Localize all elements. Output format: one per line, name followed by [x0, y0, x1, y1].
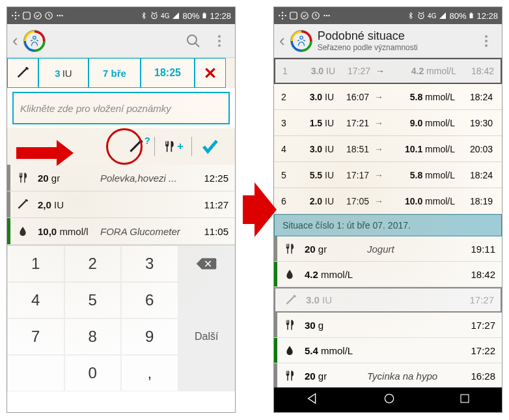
- confirm-button[interactable]: [192, 133, 228, 160]
- svg-point-9: [59, 15, 61, 16]
- log-description: FORA Glucometer: [100, 226, 192, 237]
- key-5[interactable]: 5: [64, 282, 122, 318]
- key-7[interactable]: 7: [7, 318, 64, 355]
- svg-point-24: [323, 15, 325, 16]
- key-8[interactable]: 8: [64, 318, 122, 355]
- row-time-1: 17:21: [334, 118, 369, 128]
- status-icon: [33, 11, 42, 20]
- overflow-menu[interactable]: [209, 31, 230, 51]
- svg-point-22: [301, 12, 309, 20]
- detail-row[interactable]: 20 grJogurt19:11: [274, 236, 502, 262]
- arrow-icon: →: [369, 170, 389, 180]
- keypad: 123456Další7890,: [7, 245, 235, 391]
- battery-icon: [201, 11, 208, 20]
- key-3[interactable]: 3: [121, 245, 178, 282]
- similar-row[interactable]: 62.0 IU17:05→10.0 mmol/L18:19: [274, 188, 502, 214]
- square-recent-icon: [459, 393, 471, 404]
- row-index: 1: [275, 66, 295, 76]
- log-row[interactable]: 10,0 mmol/lFORA Glucometer11:05: [7, 218, 235, 245]
- log-value: 20 gr: [35, 173, 100, 184]
- entry-time[interactable]: 18:25: [141, 58, 195, 88]
- android-nav-bar: [274, 387, 502, 412]
- entry-type-syringe[interactable]: [7, 58, 38, 88]
- svg-point-31: [385, 394, 393, 402]
- backspace-icon: [195, 256, 217, 272]
- key-backspace[interactable]: [178, 245, 236, 282]
- detail-row[interactable]: 30 g17:27: [274, 313, 502, 338]
- key-6[interactable]: 6: [121, 282, 178, 318]
- row-glucose: 5.8 mmol/L: [389, 170, 455, 180]
- row-index: 6: [274, 196, 294, 206]
- note-input[interactable]: Klikněte zde pro vložení poznámky: [12, 92, 230, 124]
- log-row[interactable]: 20 grPolevka,hovezi ...12:25: [7, 165, 235, 191]
- kebab-icon: [218, 35, 221, 47]
- syringe-icon: [279, 294, 303, 307]
- log-value: 2,0 IU: [35, 199, 100, 210]
- key-2[interactable]: 2: [64, 245, 122, 282]
- key-,[interactable]: ,: [121, 355, 178, 391]
- key-0[interactable]: 0: [64, 355, 122, 391]
- log-time: 19:11: [459, 244, 495, 255]
- battery-text: 80%: [449, 11, 466, 21]
- status-right: 4G 80% 12:28: [140, 11, 231, 21]
- status-bar: 4G 80% 12:28: [274, 7, 502, 24]
- similar-row[interactable]: 43.0 IU18:51→10.1 mmol/L20:03: [274, 136, 502, 162]
- suggest-dose-button[interactable]: ?: [118, 133, 154, 160]
- app-logo[interactable]: [23, 30, 46, 52]
- entry-value-number: 3: [55, 68, 60, 79]
- similar-row[interactable]: 23.0 IU16:07→5.8 mmol/L18:24: [274, 84, 502, 110]
- key-9[interactable]: 9: [121, 318, 178, 355]
- phone-left: 4G 80% 12:28 ‹ 3 IU 7 bře 18: [7, 7, 236, 413]
- signal-text: 4G: [428, 12, 436, 20]
- add-food-button[interactable]: +: [155, 133, 191, 160]
- status-icon: [311, 11, 320, 20]
- nav-recent[interactable]: [459, 393, 471, 407]
- overflow-menu[interactable]: [476, 31, 497, 51]
- app-logo[interactable]: [290, 30, 312, 52]
- key-1[interactable]: 1: [7, 245, 64, 282]
- row-time-2: 18:42: [456, 66, 494, 76]
- entry-row: 3 IU 7 bře 18:25: [7, 58, 235, 88]
- row-dose: 3.0 IU: [294, 92, 334, 102]
- bluetooth-icon: [407, 11, 415, 20]
- annotation-arrow: [16, 140, 74, 166]
- entry-date[interactable]: 7 bře: [89, 58, 141, 88]
- log-value: 20 gr: [302, 371, 367, 382]
- key-next[interactable]: Další: [178, 282, 236, 391]
- nav-home[interactable]: [383, 392, 396, 408]
- triangle-back-icon: [305, 391, 320, 406]
- log-value: 3.0 IU: [303, 294, 368, 305]
- log-row[interactable]: 2,0 IU11:27: [7, 191, 235, 218]
- row-index: 5: [274, 170, 294, 180]
- row-glucose: 4.2 mmol/L: [390, 66, 456, 76]
- arrow-icon: →: [369, 92, 389, 102]
- annotation-big-arrow: [243, 182, 277, 237]
- back-button[interactable]: ‹: [12, 31, 18, 51]
- similar-row[interactable]: 31.5 IU17:21→9.0 mmol/L19:30: [274, 110, 502, 136]
- detail-row[interactable]: 4.2 mmol/L18:42: [274, 262, 502, 287]
- svg-point-1: [12, 15, 13, 16]
- log-time: 18:42: [459, 269, 495, 280]
- svg-point-15: [187, 35, 197, 44]
- arrow-icon: →: [369, 118, 389, 128]
- app-bar: ‹ Podobné situace Seřazeno podle významn…: [274, 24, 502, 58]
- entry-value[interactable]: 3 IU: [38, 58, 89, 88]
- nav-back[interactable]: [305, 391, 320, 408]
- detail-row[interactable]: 5.4 mmol/L17:22: [274, 338, 502, 363]
- drop-icon: [277, 268, 302, 281]
- similar-row[interactable]: 13.0 IU17:27→4.2 mmol/L18:42: [274, 58, 502, 84]
- detail-row[interactable]: 20 grTycinka na hypo16:28: [274, 363, 502, 389]
- search-button[interactable]: [183, 31, 204, 51]
- key-empty: [7, 355, 64, 391]
- similar-row[interactable]: 55.5 IU17:17→5.8 mmol/L18:24: [274, 162, 502, 188]
- detail-list: 20 grJogurt19:114.2 mmol/L18:423.0 IU17:…: [274, 236, 502, 389]
- row-time-2: 20:03: [455, 144, 493, 154]
- back-button[interactable]: ‹: [279, 31, 285, 51]
- detail-row[interactable]: 3.0 IU17:27: [274, 287, 502, 313]
- status-icon: [300, 11, 309, 20]
- key-4[interactable]: 4: [7, 282, 64, 318]
- plus-icon: +: [177, 140, 184, 153]
- row-glucose: 10.0 mmol/L: [389, 196, 455, 206]
- entry-delete[interactable]: [195, 58, 226, 88]
- syringe-icon: [16, 66, 30, 80]
